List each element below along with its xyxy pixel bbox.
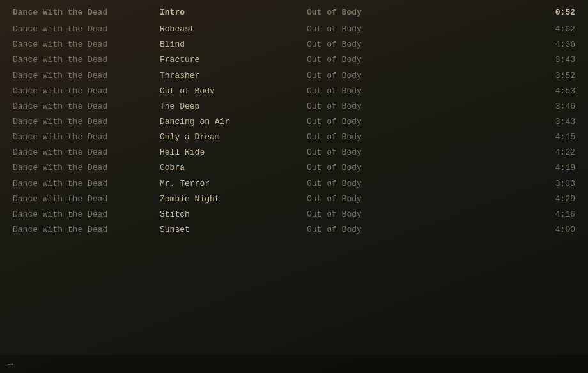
track-list-header: Dance With the Dead Intro Out of Body 0:… — [0, 5, 588, 22]
track-artist: Dance With the Dead — [13, 146, 160, 159]
track-duration: 4:15 — [454, 131, 575, 144]
track-duration: 4:22 — [454, 146, 575, 159]
track-artist: Dance With the Dead — [13, 116, 160, 128]
track-row[interactable]: Dance With the DeadRobeastOut of Body4:0… — [0, 22, 588, 37]
track-artist: Dance With the Dead — [13, 224, 160, 236]
track-artist: Dance With the Dead — [13, 131, 160, 144]
track-album: Out of Body — [307, 178, 454, 190]
track-title: Robeast — [160, 23, 307, 36]
track-row[interactable]: Dance With the DeadThe DeepOut of Body3:… — [0, 99, 588, 114]
track-duration: 4:00 — [454, 224, 575, 236]
track-artist: Dance With the Dead — [13, 178, 160, 190]
track-album: Out of Body — [307, 146, 454, 159]
track-list: Dance With the Dead Intro Out of Body 0:… — [0, 0, 588, 243]
track-row[interactable]: Dance With the DeadZombie NightOut of Bo… — [0, 192, 588, 207]
header-title: Intro — [160, 6, 307, 19]
track-artist: Dance With the Dead — [13, 70, 160, 82]
track-artist: Dance With the Dead — [13, 100, 160, 113]
track-row[interactable]: Dance With the DeadStitchOut of Body4:16 — [0, 207, 588, 222]
track-title: Zombie Night — [160, 193, 307, 206]
header-duration: 0:52 — [454, 6, 575, 19]
bottom-bar: → — [0, 355, 588, 373]
track-row[interactable]: Dance With the DeadSunsetOut of Body4:00 — [0, 222, 588, 238]
track-title: Cobra — [160, 162, 307, 174]
track-title: Mr. Terror — [160, 178, 307, 190]
track-row[interactable]: Dance With the DeadDancing on AirOut of … — [0, 114, 588, 130]
track-title: Blind — [160, 38, 307, 51]
track-title: Sunset — [160, 224, 307, 236]
track-row[interactable]: Dance With the DeadMr. TerrorOut of Body… — [0, 176, 588, 192]
track-title: Stitch — [160, 208, 307, 221]
track-album: Out of Body — [307, 85, 454, 98]
track-artist: Dance With the Dead — [13, 162, 160, 174]
track-artist: Dance With the Dead — [13, 23, 160, 36]
track-row[interactable]: Dance With the DeadBlindOut of Body4:36 — [0, 37, 588, 52]
track-duration: 3:46 — [454, 100, 575, 113]
track-album: Out of Body — [307, 224, 454, 236]
track-title: The Deep — [160, 100, 307, 113]
track-duration: 3:33 — [454, 178, 575, 190]
track-album: Out of Body — [307, 162, 454, 174]
track-artist: Dance With the Dead — [13, 85, 160, 98]
track-row[interactable]: Dance With the DeadHell RideOut of Body4… — [0, 145, 588, 160]
track-album: Out of Body — [307, 116, 454, 128]
track-artist: Dance With the Dead — [13, 38, 160, 51]
track-duration: 4:36 — [454, 38, 575, 51]
track-title: Dancing on Air — [160, 116, 307, 128]
track-artist: Dance With the Dead — [13, 54, 160, 66]
track-duration: 4:53 — [454, 85, 575, 98]
track-duration: 4:02 — [454, 23, 575, 36]
track-album: Out of Body — [307, 131, 454, 144]
track-album: Out of Body — [307, 208, 454, 221]
header-artist: Dance With the Dead — [13, 6, 160, 19]
header-album: Out of Body — [307, 6, 454, 19]
track-duration: 3:52 — [454, 70, 575, 82]
track-duration: 4:16 — [454, 208, 575, 221]
track-row[interactable]: Dance With the DeadCobraOut of Body4:19 — [0, 160, 588, 176]
track-album: Out of Body — [307, 38, 454, 51]
track-row[interactable]: Dance With the DeadThrasherOut of Body3:… — [0, 68, 588, 84]
track-duration: 4:19 — [454, 162, 575, 174]
track-title: Only a Dream — [160, 131, 307, 144]
track-duration: 3:43 — [454, 54, 575, 66]
track-title: Fracture — [160, 54, 307, 66]
track-album: Out of Body — [307, 54, 454, 66]
track-title: Out of Body — [160, 85, 307, 98]
track-artist: Dance With the Dead — [13, 193, 160, 206]
track-row[interactable]: Dance With the DeadFractureOut of Body3:… — [0, 52, 588, 68]
track-album: Out of Body — [307, 23, 454, 36]
track-album: Out of Body — [307, 193, 454, 206]
track-album: Out of Body — [307, 100, 454, 113]
track-title: Hell Ride — [160, 146, 307, 159]
track-artist: Dance With the Dead — [13, 208, 160, 221]
track-duration: 3:43 — [454, 116, 575, 128]
track-duration: 4:29 — [454, 193, 575, 206]
track-title: Thrasher — [160, 70, 307, 82]
track-row[interactable]: Dance With the DeadOnly a DreamOut of Bo… — [0, 130, 588, 145]
track-row[interactable]: Dance With the DeadOut of BodyOut of Bod… — [0, 84, 588, 99]
arrow-icon: → — [8, 359, 13, 369]
track-album: Out of Body — [307, 70, 454, 82]
